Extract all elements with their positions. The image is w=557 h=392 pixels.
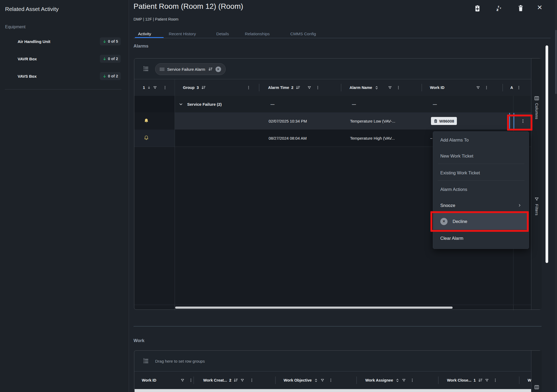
column-separator (503, 84, 503, 91)
column-header-alarm-time[interactable]: Alarm Time 2 (268, 79, 320, 96)
filter-funnel-icon[interactable] (476, 86, 480, 90)
equipment-item-vavs-box[interactable]: VAVS Box 0 of 2 (18, 71, 121, 81)
column-header-work-id[interactable]: Work ID (430, 79, 489, 96)
work-group-panel[interactable]: Drag here to set row groups (134, 351, 541, 371)
filter-funnel-icon[interactable] (320, 378, 324, 382)
work-id-cell[interactable]: W86008 (431, 112, 457, 130)
snooze-alarms-button[interactable]: z z z (494, 4, 503, 13)
filter-funnel-icon[interactable] (307, 86, 311, 90)
filter-funnel-icon[interactable] (240, 378, 244, 382)
work-first-row-partial[interactable] (135, 389, 531, 392)
work-tool-panel-tab-columns[interactable] (531, 385, 542, 390)
work-id-cell: – (430, 130, 432, 147)
sort-desc-icon (296, 85, 300, 90)
alarm-row-temperature-low[interactable]: 02/07/2025 10:34 PM Temperature Low (VAV… (134, 112, 531, 130)
column-header-group[interactable]: Group 3 (183, 79, 206, 96)
column-menu-kebab-icon[interactable] (163, 85, 167, 90)
work-heading: Work (134, 338, 144, 343)
menu-item-clear-alarm[interactable]: Clear Alarm (433, 231, 529, 245)
close-icon: × (537, 3, 542, 11)
column-header-index[interactable]: 1 (143, 79, 167, 96)
row-groups-icon (143, 66, 149, 72)
column-menu-kebab-icon[interactable] (316, 85, 320, 90)
menu-item-snooze[interactable]: Snooze (433, 198, 529, 213)
work-table-card: Drag here to set row groups Work ID Work… (134, 350, 542, 392)
arrow-down-icon (103, 40, 107, 44)
drawer-v-scrollbar-thumb[interactable] (546, 45, 548, 263)
sort-desc-icon (201, 85, 206, 90)
arrow-down-icon (103, 57, 107, 61)
column-header-work-closed[interactable]: Work Close... 1 (447, 371, 497, 389)
delete-button[interactable] (516, 4, 525, 13)
columns-icon (534, 385, 539, 390)
chevron-down-icon[interactable] (179, 102, 183, 107)
h-scrollbar-track[interactable] (134, 305, 531, 310)
close-button[interactable]: × (535, 3, 544, 12)
column-header-work-created[interactable]: Work Creat... 2 (203, 371, 254, 389)
group-chip-service-failure-alarm[interactable]: Service Failure Alarm × (155, 63, 226, 75)
menu-item-add-alarms-to[interactable]: Add Alarms To (433, 133, 529, 147)
tool-panel-tab-columns[interactable]: Columns (531, 96, 542, 119)
alarms-group-panel: Service Failure Alarm × (134, 58, 541, 79)
column-separator (341, 84, 341, 91)
column-menu-kebab-icon[interactable] (396, 85, 401, 90)
tab-cmms-config[interactable]: CMMS Config (290, 30, 316, 38)
filter-funnel-icon[interactable] (402, 378, 406, 382)
alarms-header-row: 1 Group 3 Alarm Time 2 Alarm Na (134, 79, 531, 96)
equipment-item-air-handling-unit[interactable]: Air Handling Unit 0 of 5 (18, 36, 121, 47)
tab-recent-history[interactable]: Recent History (169, 30, 196, 38)
column-header-actions[interactable]: A (510, 79, 521, 96)
h-scrollbar-thumb[interactable] (175, 307, 453, 309)
menu-item-alarm-actions[interactable]: Alarm Actions (433, 182, 529, 197)
column-menu-kebab-icon[interactable] (484, 85, 489, 90)
tab-relationships[interactable]: Relationships (245, 30, 270, 38)
column-separator (438, 377, 438, 384)
column-header-work-id[interactable]: Work ID (142, 371, 193, 389)
breadcrumb: DMP | 12F | Patient Room (134, 17, 178, 21)
column-header-work-assignee[interactable]: Work Assignee (365, 371, 414, 389)
group-dash-alarm-name: — (352, 96, 356, 112)
add-work-ticket-button[interactable] (473, 4, 482, 13)
equipment-item-count: 0 of 2 (108, 74, 118, 78)
group-row-label: Service Failure (2) (187, 96, 222, 112)
column-menu-kebab-icon[interactable] (246, 85, 251, 90)
filter-funnel-icon[interactable] (388, 86, 392, 90)
filter-funnel-icon[interactable] (181, 378, 185, 382)
group-row-service-failure[interactable]: Service Failure (2) — — — (134, 96, 531, 113)
column-header-truncated[interactable]: W (528, 371, 531, 389)
menu-item-new-work-ticket[interactable]: New Work Ticket (433, 149, 529, 163)
equipment-item-vavr-box[interactable]: VAVR Box 0 of 2 (18, 53, 121, 64)
menu-item-existing-work-ticket[interactable]: Existing Work Ticket (433, 166, 529, 180)
column-menu-kebab-icon[interactable] (517, 85, 521, 90)
column-menu-kebab-icon[interactable] (250, 378, 254, 382)
menu-divider (438, 164, 524, 164)
columns-icon (534, 96, 539, 101)
window-scrollbar-track[interactable] (555, 0, 557, 392)
column-header-work-objective[interactable]: Work Objective (284, 371, 333, 389)
alarm-time-cell: 08/27/2024 08:04 AM (269, 130, 307, 147)
filter-funnel-icon (534, 197, 539, 202)
sort-order-badge: 2 (291, 85, 293, 90)
column-header-alarm-name[interactable]: Alarm Name (350, 79, 401, 96)
app-root: Related Asset Activity Equipment Air Han… (0, 0, 557, 392)
page-title: Patient Room (Room 12) (Room) (134, 2, 243, 11)
column-menu-kebab-icon[interactable] (410, 378, 414, 382)
work-tool-panel-strip (531, 351, 542, 392)
column-menu-kebab-icon[interactable] (189, 378, 193, 382)
tab-bar-border (134, 38, 551, 38)
equipment-item-count: 0 of 2 (108, 57, 118, 61)
window-scrollbar-thumb[interactable] (555, 30, 557, 94)
tool-panel-tab-filters[interactable]: Filters (531, 197, 542, 215)
column-menu-kebab-icon[interactable] (329, 378, 333, 382)
annotation-box-decline (430, 211, 529, 232)
equipment-item-label: VAVS Box (18, 74, 37, 79)
filter-funnel-icon[interactable] (485, 378, 489, 382)
sort-desc-icon (233, 378, 238, 383)
column-menu-kebab-icon[interactable] (493, 378, 497, 382)
tab-activity[interactable]: Activity (138, 30, 151, 38)
remove-group-chip-icon[interactable]: × (215, 66, 221, 72)
tab-details[interactable]: Details (216, 30, 229, 38)
annotation-box-actions-cell (507, 115, 532, 131)
filter-funnel-icon[interactable] (153, 86, 157, 90)
bell-filled-icon (143, 118, 149, 124)
